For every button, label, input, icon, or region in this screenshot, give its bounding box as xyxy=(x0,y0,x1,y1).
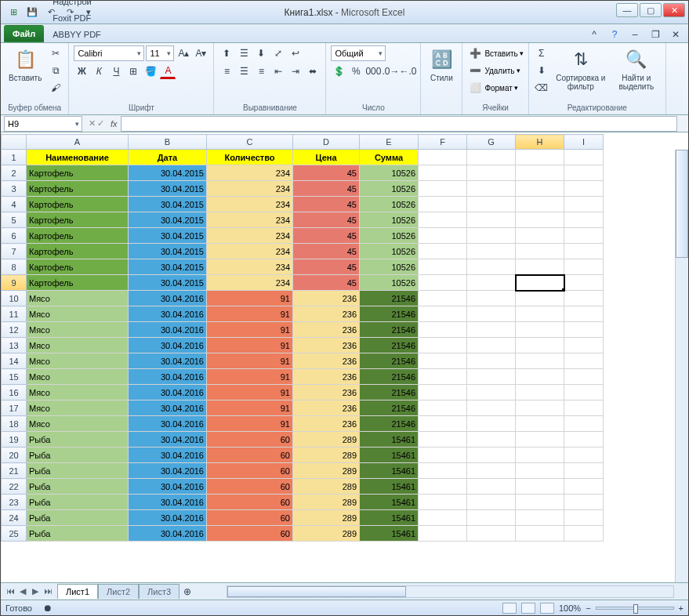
cell[interactable]: 21546 xyxy=(360,385,419,400)
cell[interactable] xyxy=(467,291,516,306)
cell[interactable] xyxy=(516,369,564,385)
cell[interactable]: 91 xyxy=(207,322,293,338)
decrease-indent-icon[interactable]: ⇤ xyxy=(270,63,286,79)
cell[interactable]: 45 xyxy=(293,212,360,228)
cell[interactable] xyxy=(467,181,516,197)
cell[interactable]: 91 xyxy=(207,338,293,353)
row-header-25[interactable]: 25 xyxy=(2,526,27,542)
cell[interactable] xyxy=(467,338,516,353)
cell[interactable] xyxy=(516,338,564,353)
cell[interactable]: 30.04.2016 xyxy=(129,322,207,338)
cell[interactable]: 45 xyxy=(293,228,360,244)
cell[interactable] xyxy=(467,400,516,416)
table-header-cell[interactable]: Дата xyxy=(129,150,207,165)
increase-decimal-icon[interactable]: .0→ xyxy=(383,63,398,79)
row-header-9[interactable]: 9 xyxy=(2,275,27,291)
cell[interactable] xyxy=(564,416,604,432)
cell[interactable] xyxy=(516,526,564,542)
cell[interactable] xyxy=(467,353,516,369)
cell[interactable]: 60 xyxy=(207,495,293,510)
cell[interactable] xyxy=(467,416,516,432)
cell[interactable]: 30.04.2015 xyxy=(129,197,207,212)
cell[interactable]: 30.04.2016 xyxy=(129,400,207,416)
cell[interactable] xyxy=(467,526,516,542)
cell[interactable]: 91 xyxy=(207,400,293,416)
row-header-2[interactable]: 2 xyxy=(2,165,27,181)
number-format-combo[interactable]: Общий xyxy=(331,45,386,61)
cell[interactable] xyxy=(516,244,564,259)
cell[interactable] xyxy=(419,479,467,495)
sheet-nav-next-icon[interactable]: ▶ xyxy=(29,586,42,596)
cell[interactable]: 30.04.2016 xyxy=(129,448,207,463)
cell[interactable] xyxy=(419,353,467,369)
format-cells-icon[interactable]: ⬜ xyxy=(467,80,483,96)
row-header-22[interactable]: 22 xyxy=(2,479,27,495)
underline-button[interactable]: Ч xyxy=(108,63,124,79)
cell[interactable] xyxy=(467,275,516,291)
table-header-cell[interactable]: Цена xyxy=(293,150,360,165)
cell[interactable]: 236 xyxy=(293,385,360,400)
cell[interactable] xyxy=(516,275,564,291)
close-button[interactable]: ✕ xyxy=(663,3,685,17)
cell[interactable] xyxy=(419,212,467,228)
align-center-icon[interactable]: ☰ xyxy=(236,63,252,79)
cell[interactable] xyxy=(419,165,467,181)
cut-icon[interactable]: ✂ xyxy=(48,45,63,61)
cell[interactable]: 234 xyxy=(207,197,293,212)
row-header-18[interactable]: 18 xyxy=(2,416,27,432)
cell[interactable] xyxy=(467,259,516,275)
cell[interactable]: 15461 xyxy=(360,526,419,542)
cell[interactable]: Картофель xyxy=(27,212,129,228)
tab-file[interactable]: Файл xyxy=(4,25,44,42)
cancel-formula-icon[interactable]: ✕ xyxy=(89,118,96,129)
cell[interactable]: 21546 xyxy=(360,353,419,369)
cell[interactable] xyxy=(419,400,467,416)
cell[interactable] xyxy=(516,212,564,228)
sheet-nav-last-icon[interactable]: ⏭ xyxy=(42,586,54,596)
help-icon[interactable]: ? xyxy=(607,27,622,42)
zoom-level[interactable]: 100% xyxy=(559,603,581,613)
find-select-button[interactable]: 🔍 Найти и выделить xyxy=(612,45,661,92)
delete-cells-button[interactable]: Удалить xyxy=(484,67,514,75)
cell[interactable]: 30.04.2015 xyxy=(129,165,207,181)
col-header-H[interactable]: H xyxy=(516,135,564,150)
row-header-14[interactable]: 14 xyxy=(2,353,27,369)
cell[interactable]: 10526 xyxy=(360,165,419,181)
cell[interactable]: 15461 xyxy=(360,510,419,526)
cell[interactable]: 60 xyxy=(207,448,293,463)
italic-button[interactable]: К xyxy=(91,63,107,79)
cell[interactable]: 45 xyxy=(293,244,360,259)
vertical-scrollbar[interactable] xyxy=(675,150,688,582)
row-header-21[interactable]: 21 xyxy=(2,463,27,479)
cell[interactable]: 91 xyxy=(207,385,293,400)
delete-cells-icon[interactable]: ➖ xyxy=(467,63,483,78)
cell[interactable]: Мясо xyxy=(27,353,129,369)
align-top-icon[interactable]: ⬆ xyxy=(219,45,234,61)
mdi-restore-icon[interactable]: ❐ xyxy=(647,27,663,42)
cell[interactable]: 21546 xyxy=(360,291,419,306)
cell[interactable]: 15461 xyxy=(360,448,419,463)
cell[interactable] xyxy=(564,181,604,197)
sort-filter-button[interactable]: ⇅ Сортировка и фильтр xyxy=(553,45,609,92)
minimize-ribbon-icon[interactable]: ^ xyxy=(586,27,602,42)
table-header-cell[interactable]: Сумма xyxy=(360,150,419,165)
zoom-in-button[interactable]: + xyxy=(679,603,684,613)
cell[interactable]: 91 xyxy=(207,306,293,322)
cell[interactable]: 30.04.2015 xyxy=(129,212,207,228)
cell[interactable]: Рыба xyxy=(27,479,129,495)
horizontal-scrollbar[interactable] xyxy=(227,585,674,598)
cell[interactable] xyxy=(516,150,564,165)
row-header-8[interactable]: 8 xyxy=(2,259,27,275)
cell[interactable]: 91 xyxy=(207,416,293,432)
cell[interactable]: 21546 xyxy=(360,400,419,416)
cell[interactable] xyxy=(516,510,564,526)
cell[interactable] xyxy=(564,510,604,526)
cell[interactable]: 10526 xyxy=(360,259,419,275)
border-button[interactable]: ⊞ xyxy=(125,63,141,79)
cell[interactable]: 236 xyxy=(293,306,360,322)
fx-icon[interactable]: fx xyxy=(107,119,121,129)
cell[interactable]: 289 xyxy=(293,526,360,542)
font-size-combo[interactable]: 11 xyxy=(146,45,174,61)
cell[interactable] xyxy=(564,275,604,291)
currency-icon[interactable]: 💲 xyxy=(331,63,346,79)
